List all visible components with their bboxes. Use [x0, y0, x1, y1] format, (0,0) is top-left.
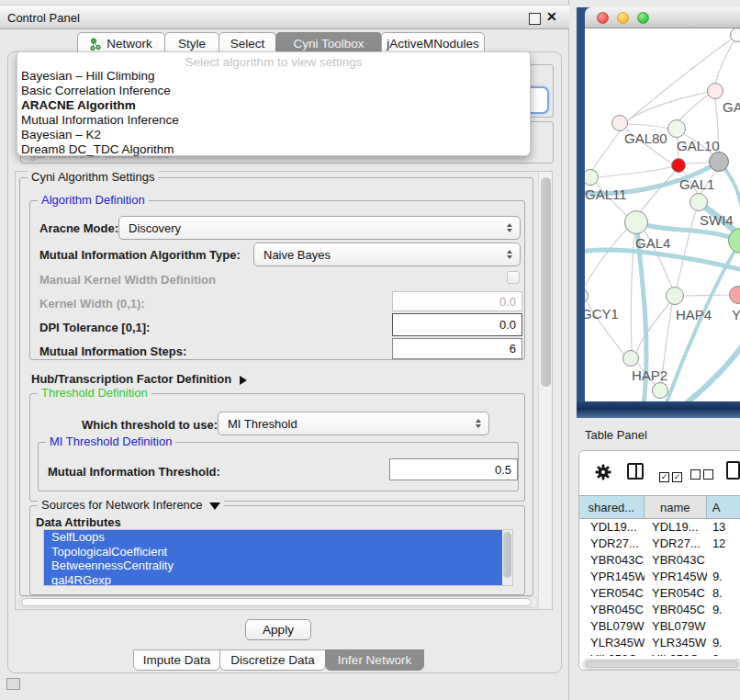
settings-vertical-scrollbar[interactable]	[538, 172, 552, 609]
table-cell[interactable]	[707, 551, 740, 568]
network-node[interactable]	[652, 382, 668, 399]
table-cell[interactable]: YBR045C	[645, 601, 707, 617]
tab-discretize-data[interactable]: Discretize Data	[219, 649, 326, 671]
tab-impute-data[interactable]: Impute Data	[133, 649, 220, 671]
expanded-arrow-icon[interactable]	[209, 502, 220, 510]
table-horizontal-scrollbar[interactable]	[582, 659, 740, 670]
table-cell[interactable]: YER054C	[579, 584, 645, 601]
manual-kernel-checkbox[interactable]	[507, 271, 520, 284]
network-node-gal80[interactable]	[611, 115, 628, 131]
dpi-tolerance-field[interactable]: 0.0	[392, 313, 522, 336]
scrollbar-thumb[interactable]	[503, 532, 511, 578]
scrollbar-thumb[interactable]	[585, 660, 739, 668]
network-node-hap4[interactable]	[666, 287, 684, 305]
table-row[interactable]: YPR145WYPR145W9.	[579, 568, 740, 584]
table-cell[interactable]: YIL052C	[645, 650, 707, 656]
table-cell[interactable]: YDL19...	[645, 518, 707, 535]
table-cell[interactable]: YBR043C	[645, 551, 707, 568]
network-node-gal10[interactable]	[667, 119, 686, 138]
table-row[interactable]: YER054CYER054C8.	[579, 584, 740, 601]
network-canvas[interactable]: GALGAL80GAL10GAL1GAL11SWI4GAL4GCY1HAP4YH…	[585, 28, 740, 401]
table-cell[interactable]: YBR045C	[579, 601, 645, 617]
scrollbar-thumb[interactable]	[541, 177, 551, 387]
table-cell[interactable]: 12	[707, 535, 740, 551]
tab-label: Cyni Toolbox	[293, 37, 364, 51]
table-cell[interactable]: YDR27...	[645, 535, 707, 551]
close-window-icon[interactable]: ✕	[546, 9, 557, 24]
table-cell[interactable]: YLR345W	[645, 634, 707, 650]
table-row[interactable]: YBR045CYBR045C9.	[579, 601, 740, 617]
table-cell[interactable]: 8.	[707, 584, 740, 601]
table-cell[interactable]: YPR145W	[645, 568, 707, 584]
data-attributes-list[interactable]: SelfLoopsTopologicalCoefficientBetweenne…	[43, 529, 513, 586]
apply-button[interactable]: Apply	[245, 619, 311, 640]
dropdown-item[interactable]: Dream8 DC_TDC Algorithm	[17, 142, 530, 157]
list-vertical-scrollbar[interactable]	[502, 530, 512, 585]
table-cell[interactable]: YPR145W	[579, 568, 645, 584]
network-window-titlebar[interactable]	[585, 7, 740, 28]
attribute-item[interactable]: gal4RGexp	[44, 573, 512, 587]
minimize-traffic-light-icon[interactable]	[617, 12, 629, 24]
tab-infer-network[interactable]: Infer Network	[325, 649, 424, 671]
table-cell[interactable]: YBR043C	[579, 551, 645, 568]
table-cell[interactable]: 9.	[707, 601, 740, 617]
table-cell[interactable]: 9.	[707, 634, 740, 650]
close-traffic-light-icon[interactable]	[597, 12, 609, 24]
network-node-gal[interactable]	[707, 83, 723, 99]
hub-definition-toggle[interactable]: Hub/Transcription Factor Definition	[31, 370, 247, 387]
table-row[interactable]: YDL19...YDL19...13	[579, 518, 740, 535]
new-table-icon[interactable]	[726, 461, 740, 480]
attribute-item[interactable]: TopologicalCoefficient	[44, 545, 512, 559]
attribute-item[interactable]: BetweennessCentrality	[44, 559, 512, 573]
table-row[interactable]: YDR27...YDR27...12	[579, 535, 740, 551]
table-row[interactable]: YBR043CYBR043C	[579, 551, 740, 568]
attribute-item[interactable]: SelfLoops	[44, 530, 512, 545]
column-header-name[interactable]: name	[645, 496, 707, 518]
network-node-gal1[interactable]	[671, 158, 686, 173]
table-settings-gear-icon[interactable]	[594, 463, 612, 485]
table-cell[interactable]: YLR345W	[579, 634, 645, 650]
table-cell[interactable]: YDL19...	[579, 518, 645, 535]
kernel-width-field[interactable]: 0.0	[392, 291, 522, 311]
table-cell[interactable]: YDR27...	[579, 535, 645, 551]
network-node-swi4[interactable]	[690, 193, 708, 211]
dropdown-item[interactable]: Mutual Information Inference	[17, 113, 530, 128]
network-node[interactable]	[709, 152, 729, 172]
mi-threshold-field[interactable]: 0.5	[389, 458, 518, 480]
deselect-all-checkboxes-icon[interactable]	[690, 467, 713, 483]
dropdown-item[interactable]: Bayesian – K2	[17, 128, 530, 142]
network-node-hap2[interactable]	[622, 350, 639, 367]
mi-steps-field[interactable]: 6	[392, 338, 522, 359]
table-row[interactable]: YLR345WYLR345W9.	[579, 634, 740, 650]
settings-horizontal-scrollbar[interactable]	[18, 596, 538, 608]
network-node[interactable]	[730, 28, 740, 42]
dropdown-item[interactable]: ARACNE Algorithm	[17, 98, 530, 113]
select-all-checkboxes-icon[interactable]: ✓✓	[659, 467, 682, 483]
column-header-shared-name[interactable]: shared...	[579, 496, 645, 518]
mi-algorithm-type-combobox[interactable]: Naive Bayes	[253, 243, 521, 266]
table-cell[interactable]: YER054C	[645, 584, 707, 601]
dropdown-item[interactable]: Bayesian – Hill Climbing	[17, 69, 530, 84]
table-cell[interactable]: YIL052C	[579, 650, 645, 656]
minimized-panel-icon[interactable]	[6, 678, 20, 690]
table-cell[interactable]: 9	[707, 650, 740, 656]
table-cell[interactable]: YBL079W	[579, 617, 645, 634]
table-cell[interactable]: YBL079W	[645, 617, 707, 634]
scrollbar-thumb[interactable]	[21, 598, 532, 606]
spinner-arrows-icon	[507, 223, 512, 232]
table-cell[interactable]: 13	[707, 518, 740, 535]
zoom-traffic-light-icon[interactable]	[637, 12, 649, 24]
table-body[interactable]: YDL19...YDL19...13YDR27...YDR27...12YBR0…	[579, 518, 740, 656]
dropdown-item[interactable]: Basic Correlation Inference	[17, 84, 530, 98]
control-panel-titlebar[interactable]: Control Panel ✕	[0, 5, 569, 29]
table-row[interactable]: YBL079WYBL079W	[579, 617, 740, 634]
table-cell[interactable]: 9.	[707, 568, 740, 584]
which-threshold-combobox[interactable]: MI Threshold	[218, 412, 489, 435]
aracne-mode-combobox[interactable]: Discovery	[118, 216, 521, 240]
network-node-gal4[interactable]	[624, 210, 648, 234]
column-header-clipped[interactable]: A	[707, 496, 740, 518]
table-row[interactable]: YIL052CYIL052C9	[579, 650, 740, 656]
column-layout-icon[interactable]	[627, 463, 644, 480]
float-window-icon[interactable]	[529, 13, 541, 25]
table-cell[interactable]	[707, 617, 740, 634]
